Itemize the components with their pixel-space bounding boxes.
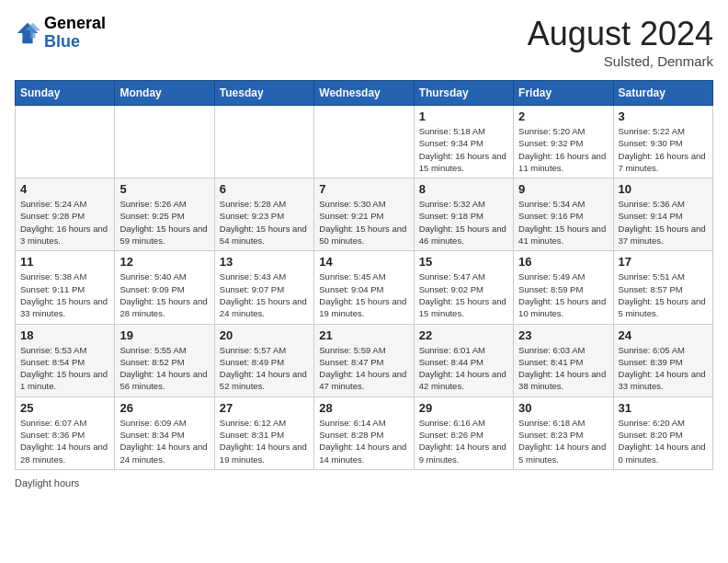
day-info: Sunrise: 6:01 AM Sunset: 8:44 PM Dayligh… (419, 344, 508, 393)
calendar-cell (314, 106, 414, 178)
calendar-cell: 20Sunrise: 5:57 AM Sunset: 8:49 PM Dayli… (214, 324, 313, 396)
day-info: Sunrise: 5:26 AM Sunset: 9:25 PM Dayligh… (119, 198, 209, 247)
day-number: 29 (419, 401, 508, 415)
calendar-cell: 26Sunrise: 6:09 AM Sunset: 8:34 PM Dayli… (115, 396, 214, 469)
logo-text: General Blue (44, 15, 106, 52)
day-info: Sunrise: 5:49 AM Sunset: 8:59 PM Dayligh… (518, 270, 608, 319)
calendar-cell: 24Sunrise: 6:05 AM Sunset: 8:39 PM Dayli… (613, 324, 712, 396)
day-number: 2 (518, 109, 608, 123)
calendar-header-row: SundayMondayTuesdayWednesdayThursdayFrid… (16, 81, 713, 106)
calendar-header-wednesday: Wednesday (314, 81, 414, 106)
calendar-cell: 1Sunrise: 5:18 AM Sunset: 9:34 PM Daylig… (414, 106, 513, 178)
calendar-cell: 19Sunrise: 5:55 AM Sunset: 8:52 PM Dayli… (115, 324, 214, 396)
day-info: Sunrise: 5:22 AM Sunset: 9:30 PM Dayligh… (619, 125, 708, 174)
location-subtitle: Sulsted, Denmark (528, 53, 713, 69)
calendar-cell: 30Sunrise: 6:18 AM Sunset: 8:23 PM Dayli… (514, 396, 613, 469)
day-number: 30 (518, 401, 608, 415)
calendar-header-saturday: Saturday (613, 81, 712, 106)
day-info: Sunrise: 6:05 AM Sunset: 8:39 PM Dayligh… (619, 344, 708, 393)
calendar-cell: 7Sunrise: 5:30 AM Sunset: 9:21 PM Daylig… (314, 178, 414, 251)
day-info: Sunrise: 5:30 AM Sunset: 9:21 PM Dayligh… (319, 198, 408, 247)
day-info: Sunrise: 6:14 AM Sunset: 8:28 PM Dayligh… (319, 417, 408, 465)
day-number: 31 (619, 401, 708, 415)
day-number: 13 (220, 255, 309, 269)
day-number: 4 (20, 182, 109, 196)
day-number: 3 (619, 109, 708, 123)
day-number: 19 (119, 328, 209, 342)
day-number: 6 (220, 182, 309, 196)
day-info: Sunrise: 5:45 AM Sunset: 9:04 PM Dayligh… (319, 270, 408, 319)
calendar-week-row: 1Sunrise: 5:18 AM Sunset: 9:34 PM Daylig… (16, 106, 713, 178)
footer-note: Daylight hours (15, 477, 713, 488)
day-number: 14 (319, 255, 408, 269)
calendar-cell: 14Sunrise: 5:45 AM Sunset: 9:04 PM Dayli… (314, 251, 414, 324)
day-info: Sunrise: 5:47 AM Sunset: 9:02 PM Dayligh… (419, 270, 508, 319)
calendar-cell (115, 106, 214, 178)
calendar-week-row: 11Sunrise: 5:38 AM Sunset: 9:11 PM Dayli… (16, 251, 713, 324)
calendar-cell: 29Sunrise: 6:16 AM Sunset: 8:26 PM Dayli… (414, 396, 513, 469)
logo-blue: Blue (44, 33, 106, 52)
day-info: Sunrise: 5:43 AM Sunset: 9:07 PM Dayligh… (220, 270, 309, 319)
calendar-cell: 5Sunrise: 5:26 AM Sunset: 9:25 PM Daylig… (115, 178, 214, 251)
calendar-cell: 10Sunrise: 5:36 AM Sunset: 9:14 PM Dayli… (613, 178, 712, 251)
calendar-cell: 2Sunrise: 5:20 AM Sunset: 9:32 PM Daylig… (514, 106, 613, 178)
calendar-header-friday: Friday (514, 81, 613, 106)
day-number: 18 (20, 328, 109, 342)
calendar-cell: 16Sunrise: 5:49 AM Sunset: 8:59 PM Dayli… (514, 251, 613, 324)
day-info: Sunrise: 5:51 AM Sunset: 8:57 PM Dayligh… (619, 270, 708, 319)
calendar-table: SundayMondayTuesdayWednesdayThursdayFrid… (15, 80, 713, 470)
day-info: Sunrise: 6:20 AM Sunset: 8:20 PM Dayligh… (619, 417, 708, 465)
logo-general: General (44, 15, 106, 33)
day-number: 11 (20, 255, 109, 269)
day-info: Sunrise: 5:53 AM Sunset: 8:54 PM Dayligh… (20, 344, 109, 393)
calendar-header-monday: Monday (115, 81, 214, 106)
day-info: Sunrise: 5:24 AM Sunset: 9:28 PM Dayligh… (20, 198, 109, 247)
day-number: 1 (419, 109, 508, 123)
day-info: Sunrise: 6:16 AM Sunset: 8:26 PM Dayligh… (419, 417, 508, 465)
day-info: Sunrise: 5:34 AM Sunset: 9:16 PM Dayligh… (518, 198, 608, 247)
logo: General Blue (15, 15, 106, 52)
day-number: 21 (319, 328, 408, 342)
calendar-cell: 4Sunrise: 5:24 AM Sunset: 9:28 PM Daylig… (16, 178, 115, 251)
calendar-cell: 27Sunrise: 6:12 AM Sunset: 8:31 PM Dayli… (214, 396, 313, 469)
day-info: Sunrise: 5:59 AM Sunset: 8:47 PM Dayligh… (319, 344, 408, 393)
calendar-cell: 21Sunrise: 5:59 AM Sunset: 8:47 PM Dayli… (314, 324, 414, 396)
day-info: Sunrise: 6:18 AM Sunset: 8:23 PM Dayligh… (518, 417, 608, 465)
day-number: 9 (518, 182, 608, 196)
calendar-cell: 23Sunrise: 6:03 AM Sunset: 8:41 PM Dayli… (514, 324, 613, 396)
footer-text: Daylight hours (15, 477, 79, 488)
calendar-cell: 9Sunrise: 5:34 AM Sunset: 9:16 PM Daylig… (514, 178, 613, 251)
calendar-cell: 25Sunrise: 6:07 AM Sunset: 8:36 PM Dayli… (16, 396, 115, 469)
day-number: 12 (119, 255, 209, 269)
calendar-cell (16, 106, 115, 178)
day-number: 10 (619, 182, 708, 196)
day-info: Sunrise: 6:09 AM Sunset: 8:34 PM Dayligh… (119, 417, 209, 465)
calendar-week-row: 25Sunrise: 6:07 AM Sunset: 8:36 PM Dayli… (16, 396, 713, 469)
day-number: 8 (419, 182, 508, 196)
day-number: 26 (119, 401, 209, 415)
calendar-cell: 6Sunrise: 5:28 AM Sunset: 9:23 PM Daylig… (214, 178, 313, 251)
calendar-cell: 15Sunrise: 5:47 AM Sunset: 9:02 PM Dayli… (414, 251, 513, 324)
month-title: August 2024 (528, 15, 713, 53)
calendar-cell: 8Sunrise: 5:32 AM Sunset: 9:18 PM Daylig… (414, 178, 513, 251)
day-info: Sunrise: 6:12 AM Sunset: 8:31 PM Dayligh… (220, 417, 309, 465)
day-number: 27 (220, 401, 309, 415)
calendar-cell: 17Sunrise: 5:51 AM Sunset: 8:57 PM Dayli… (613, 251, 712, 324)
day-info: Sunrise: 5:38 AM Sunset: 9:11 PM Dayligh… (20, 270, 109, 319)
calendar-cell: 13Sunrise: 5:43 AM Sunset: 9:07 PM Dayli… (214, 251, 313, 324)
day-number: 16 (518, 255, 608, 269)
day-info: Sunrise: 5:28 AM Sunset: 9:23 PM Dayligh… (220, 198, 309, 247)
day-info: Sunrise: 5:18 AM Sunset: 9:34 PM Dayligh… (419, 125, 508, 174)
day-info: Sunrise: 6:03 AM Sunset: 8:41 PM Dayligh… (518, 344, 608, 393)
calendar-week-row: 4Sunrise: 5:24 AM Sunset: 9:28 PM Daylig… (16, 178, 713, 251)
calendar-cell: 3Sunrise: 5:22 AM Sunset: 9:30 PM Daylig… (613, 106, 712, 178)
day-info: Sunrise: 5:32 AM Sunset: 9:18 PM Dayligh… (419, 198, 508, 247)
day-number: 15 (419, 255, 508, 269)
calendar-cell: 31Sunrise: 6:20 AM Sunset: 8:20 PM Dayli… (613, 396, 712, 469)
day-info: Sunrise: 5:55 AM Sunset: 8:52 PM Dayligh… (119, 344, 209, 393)
calendar-cell: 22Sunrise: 6:01 AM Sunset: 8:44 PM Dayli… (414, 324, 513, 396)
calendar-week-row: 18Sunrise: 5:53 AM Sunset: 8:54 PM Dayli… (16, 324, 713, 396)
day-number: 5 (119, 182, 209, 196)
day-info: Sunrise: 6:07 AM Sunset: 8:36 PM Dayligh… (20, 417, 109, 465)
day-number: 20 (220, 328, 309, 342)
